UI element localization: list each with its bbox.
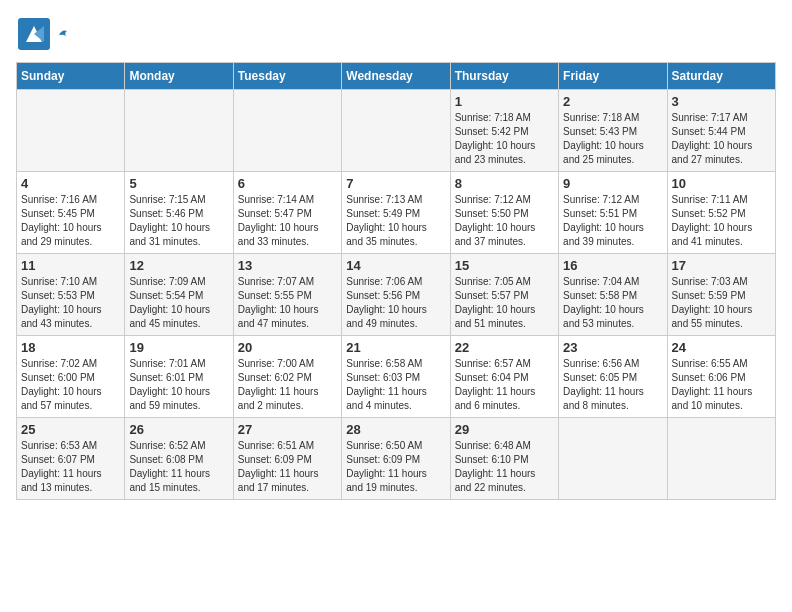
day-info: Sunrise: 7:00 AMSunset: 6:02 PMDaylight:…: [238, 357, 337, 413]
page-header: [16, 16, 776, 52]
calendar-cell: 7Sunrise: 7:13 AMSunset: 5:49 PMDaylight…: [342, 172, 450, 254]
day-info-line: Daylight: 11 hours: [21, 468, 102, 479]
day-number: 5: [129, 176, 228, 191]
calendar-cell: [559, 418, 667, 500]
day-info-line: Sunset: 5:54 PM: [129, 290, 203, 301]
logo-bird-icon: [57, 27, 71, 41]
calendar-cell: 16Sunrise: 7:04 AMSunset: 5:58 PMDayligh…: [559, 254, 667, 336]
calendar-cell: 6Sunrise: 7:14 AMSunset: 5:47 PMDaylight…: [233, 172, 341, 254]
col-friday: Friday: [559, 63, 667, 90]
day-info-line: Daylight: 10 hours: [21, 304, 102, 315]
calendar-cell: [342, 90, 450, 172]
day-number: 27: [238, 422, 337, 437]
day-info-line: Daylight: 10 hours: [563, 222, 644, 233]
day-info: Sunrise: 6:48 AMSunset: 6:10 PMDaylight:…: [455, 439, 554, 495]
calendar-table: Sunday Monday Tuesday Wednesday Thursday…: [16, 62, 776, 500]
day-info: Sunrise: 7:11 AMSunset: 5:52 PMDaylight:…: [672, 193, 771, 249]
day-info-line: Sunset: 6:09 PM: [346, 454, 420, 465]
day-info-line: Sunrise: 7:00 AM: [238, 358, 314, 369]
day-info-line: Sunrise: 6:57 AM: [455, 358, 531, 369]
day-info-line: Daylight: 11 hours: [455, 468, 536, 479]
day-info-line: Sunset: 5:57 PM: [455, 290, 529, 301]
calendar-cell: 19Sunrise: 7:01 AMSunset: 6:01 PMDayligh…: [125, 336, 233, 418]
day-info: Sunrise: 7:18 AMSunset: 5:43 PMDaylight:…: [563, 111, 662, 167]
day-info-line: Daylight: 11 hours: [455, 386, 536, 397]
day-info-line: Daylight: 10 hours: [129, 304, 210, 315]
day-info-line: Daylight: 11 hours: [129, 468, 210, 479]
day-info-line: Sunset: 6:04 PM: [455, 372, 529, 383]
day-info-line: and 37 minutes.: [455, 236, 526, 247]
col-tuesday: Tuesday: [233, 63, 341, 90]
day-info-line: Sunrise: 7:16 AM: [21, 194, 97, 205]
day-number: 15: [455, 258, 554, 273]
day-info-line: Sunset: 6:06 PM: [672, 372, 746, 383]
day-number: 22: [455, 340, 554, 355]
day-number: 16: [563, 258, 662, 273]
day-number: 23: [563, 340, 662, 355]
day-info: Sunrise: 7:17 AMSunset: 5:44 PMDaylight:…: [672, 111, 771, 167]
day-info-line: Sunrise: 6:56 AM: [563, 358, 639, 369]
day-info-line: Sunrise: 7:12 AM: [455, 194, 531, 205]
calendar-cell: 21Sunrise: 6:58 AMSunset: 6:03 PMDayligh…: [342, 336, 450, 418]
day-info-line: Sunset: 5:44 PM: [672, 126, 746, 137]
day-info-line: Sunrise: 7:01 AM: [129, 358, 205, 369]
day-info: Sunrise: 7:09 AMSunset: 5:54 PMDaylight:…: [129, 275, 228, 331]
day-info-line: Daylight: 10 hours: [672, 304, 753, 315]
day-info-line: Sunset: 6:10 PM: [455, 454, 529, 465]
day-info-line: Daylight: 11 hours: [672, 386, 753, 397]
day-info-line: and 17 minutes.: [238, 482, 309, 493]
day-info-line: and 57 minutes.: [21, 400, 92, 411]
day-number: 18: [21, 340, 120, 355]
day-info-line: Sunrise: 7:15 AM: [129, 194, 205, 205]
day-info-line: Daylight: 11 hours: [563, 386, 644, 397]
day-info-line: Daylight: 10 hours: [21, 222, 102, 233]
day-number: 20: [238, 340, 337, 355]
day-number: 1: [455, 94, 554, 109]
day-info-line: Sunrise: 6:58 AM: [346, 358, 422, 369]
calendar-cell: 3Sunrise: 7:17 AMSunset: 5:44 PMDaylight…: [667, 90, 775, 172]
day-number: 13: [238, 258, 337, 273]
day-info-line: Sunset: 6:00 PM: [21, 372, 95, 383]
day-info-line: and 8 minutes.: [563, 400, 629, 411]
day-info-line: Sunrise: 7:10 AM: [21, 276, 97, 287]
day-info-line: Sunrise: 6:50 AM: [346, 440, 422, 451]
day-info: Sunrise: 7:07 AMSunset: 5:55 PMDaylight:…: [238, 275, 337, 331]
calendar-cell: 26Sunrise: 6:52 AMSunset: 6:08 PMDayligh…: [125, 418, 233, 500]
calendar-cell: 28Sunrise: 6:50 AMSunset: 6:09 PMDayligh…: [342, 418, 450, 500]
day-info-line: Daylight: 11 hours: [238, 386, 319, 397]
logo-icon: [16, 16, 52, 52]
calendar-cell: 24Sunrise: 6:55 AMSunset: 6:06 PMDayligh…: [667, 336, 775, 418]
calendar-week-row: 25Sunrise: 6:53 AMSunset: 6:07 PMDayligh…: [17, 418, 776, 500]
day-info-line: Sunset: 5:43 PM: [563, 126, 637, 137]
calendar-cell: [667, 418, 775, 500]
day-info-line: Daylight: 11 hours: [346, 468, 427, 479]
day-info-line: Daylight: 10 hours: [21, 386, 102, 397]
day-info-line: Sunset: 5:56 PM: [346, 290, 420, 301]
day-info-line: Sunset: 6:01 PM: [129, 372, 203, 383]
day-info-line: and 27 minutes.: [672, 154, 743, 165]
day-number: 12: [129, 258, 228, 273]
calendar-cell: 1Sunrise: 7:18 AMSunset: 5:42 PMDaylight…: [450, 90, 558, 172]
day-number: 3: [672, 94, 771, 109]
day-info-line: and 29 minutes.: [21, 236, 92, 247]
day-info-line: Sunrise: 7:03 AM: [672, 276, 748, 287]
day-number: 24: [672, 340, 771, 355]
calendar-cell: 18Sunrise: 7:02 AMSunset: 6:00 PMDayligh…: [17, 336, 125, 418]
day-info-line: Sunrise: 7:18 AM: [563, 112, 639, 123]
day-info-line: Sunset: 6:09 PM: [238, 454, 312, 465]
col-monday: Monday: [125, 63, 233, 90]
day-number: 2: [563, 94, 662, 109]
day-info-line: Sunrise: 7:06 AM: [346, 276, 422, 287]
calendar-cell: 9Sunrise: 7:12 AMSunset: 5:51 PMDaylight…: [559, 172, 667, 254]
day-info: Sunrise: 7:15 AMSunset: 5:46 PMDaylight:…: [129, 193, 228, 249]
day-info-line: Daylight: 10 hours: [346, 304, 427, 315]
day-number: 29: [455, 422, 554, 437]
day-info: Sunrise: 7:12 AMSunset: 5:51 PMDaylight:…: [563, 193, 662, 249]
day-info: Sunrise: 7:06 AMSunset: 5:56 PMDaylight:…: [346, 275, 445, 331]
day-info: Sunrise: 7:05 AMSunset: 5:57 PMDaylight:…: [455, 275, 554, 331]
day-info-line: and 22 minutes.: [455, 482, 526, 493]
day-info-line: and 45 minutes.: [129, 318, 200, 329]
day-number: 9: [563, 176, 662, 191]
calendar-week-row: 4Sunrise: 7:16 AMSunset: 5:45 PMDaylight…: [17, 172, 776, 254]
day-info-line: Daylight: 10 hours: [455, 140, 536, 151]
